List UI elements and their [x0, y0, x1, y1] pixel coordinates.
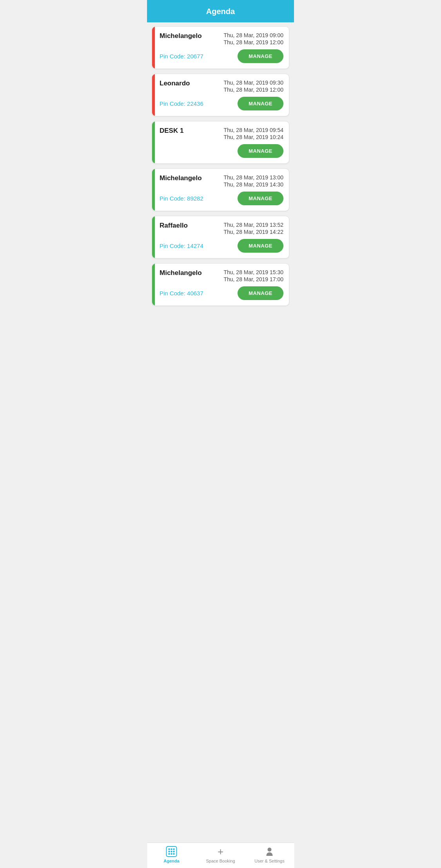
- card-end-5: Thu, 28 Mar, 2019 14:22: [223, 229, 283, 235]
- card-bottom-row-1: Pin Code: 20677 MANAGE: [160, 49, 283, 63]
- booking-card-1: Michelangelo Thu, 28 Mar, 2019 09:00 Thu…: [152, 26, 289, 69]
- card-name-1: Michelangelo: [160, 32, 202, 40]
- booking-card-5: Raffaello Thu, 28 Mar, 2019 13:52 Thu, 2…: [152, 216, 289, 259]
- pin-code-2: Pin Code: 22436: [160, 100, 203, 107]
- card-body-6: Michelangelo Thu, 28 Mar, 2019 15:30 Thu…: [155, 264, 289, 306]
- card-accent-5: [152, 216, 155, 258]
- card-bottom-row-5: Pin Code: 14274 MANAGE: [160, 239, 283, 253]
- card-bottom-row-6: Pin Code: 40637 MANAGE: [160, 286, 283, 300]
- manage-button-3[interactable]: MANAGE: [238, 144, 283, 158]
- card-accent-1: [152, 27, 155, 69]
- card-top-row-6: Michelangelo Thu, 28 Mar, 2019 15:30 Thu…: [160, 269, 283, 282]
- booking-card-3: DESK 1 Thu, 28 Mar, 2019 09:54 Thu, 28 M…: [152, 121, 289, 164]
- card-start-6: Thu, 28 Mar, 2019 15:30: [223, 269, 283, 275]
- manage-button-2[interactable]: MANAGE: [238, 97, 283, 110]
- card-dates-4: Thu, 28 Mar, 2019 13:00 Thu, 28 Mar, 201…: [223, 174, 283, 188]
- card-dates-3: Thu, 28 Mar, 2019 09:54 Thu, 28 Mar, 201…: [223, 127, 283, 140]
- card-body-1: Michelangelo Thu, 28 Mar, 2019 09:00 Thu…: [155, 27, 289, 69]
- card-end-6: Thu, 28 Mar, 2019 17:00: [223, 276, 283, 282]
- card-body-2: Leonardo Thu, 28 Mar, 2019 09:30 Thu, 28…: [155, 74, 289, 116]
- card-bottom-row-2: Pin Code: 22436 MANAGE: [160, 97, 283, 110]
- app-header: Agenda: [147, 0, 294, 22]
- card-name-4: Michelangelo: [160, 174, 202, 182]
- card-end-3: Thu, 28 Mar, 2019 10:24: [223, 134, 283, 140]
- card-accent-2: [152, 74, 155, 116]
- card-dates-5: Thu, 28 Mar, 2019 13:52 Thu, 28 Mar, 201…: [223, 222, 283, 235]
- card-name-2: Leonardo: [160, 80, 190, 87]
- manage-button-6[interactable]: MANAGE: [238, 286, 283, 300]
- card-start-2: Thu, 28 Mar, 2019 09:30: [223, 80, 283, 86]
- card-dates-6: Thu, 28 Mar, 2019 15:30 Thu, 28 Mar, 201…: [223, 269, 283, 282]
- manage-button-4[interactable]: MANAGE: [238, 192, 283, 205]
- booking-card-2: Leonardo Thu, 28 Mar, 2019 09:30 Thu, 28…: [152, 74, 289, 116]
- booking-card-4: Michelangelo Thu, 28 Mar, 2019 13:00 Thu…: [152, 168, 289, 211]
- card-name-6: Michelangelo: [160, 269, 202, 277]
- card-end-4: Thu, 28 Mar, 2019 14:30: [223, 181, 283, 188]
- card-accent-4: [152, 169, 155, 211]
- card-accent-3: [152, 121, 155, 163]
- card-top-row-4: Michelangelo Thu, 28 Mar, 2019 13:00 Thu…: [160, 174, 283, 188]
- card-top-row-1: Michelangelo Thu, 28 Mar, 2019 09:00 Thu…: [160, 32, 283, 45]
- header-title: Agenda: [206, 7, 235, 16]
- booking-card-6: Michelangelo Thu, 28 Mar, 2019 15:30 Thu…: [152, 263, 289, 306]
- pin-code-6: Pin Code: 40637: [160, 290, 203, 297]
- card-bottom-row-3: MANAGE: [160, 144, 283, 158]
- card-body-5: Raffaello Thu, 28 Mar, 2019 13:52 Thu, 2…: [155, 216, 289, 258]
- manage-button-1[interactable]: MANAGE: [238, 49, 283, 63]
- card-name-3: DESK 1: [160, 127, 183, 135]
- card-body-4: Michelangelo Thu, 28 Mar, 2019 13:00 Thu…: [155, 169, 289, 211]
- manage-button-5[interactable]: MANAGE: [238, 239, 283, 253]
- card-start-1: Thu, 28 Mar, 2019 09:00: [223, 32, 283, 38]
- card-top-row-3: DESK 1 Thu, 28 Mar, 2019 09:54 Thu, 28 M…: [160, 127, 283, 140]
- card-dates-1: Thu, 28 Mar, 2019 09:00 Thu, 28 Mar, 201…: [223, 32, 283, 45]
- card-top-row-5: Raffaello Thu, 28 Mar, 2019 13:52 Thu, 2…: [160, 222, 283, 235]
- card-bottom-row-4: Pin Code: 89282 MANAGE: [160, 192, 283, 205]
- card-end-1: Thu, 28 Mar, 2019 12:00: [223, 39, 283, 45]
- pin-code-5: Pin Code: 14274: [160, 242, 203, 249]
- card-accent-6: [152, 264, 155, 306]
- card-start-3: Thu, 28 Mar, 2019 09:54: [223, 127, 283, 133]
- card-start-4: Thu, 28 Mar, 2019 13:00: [223, 174, 283, 181]
- cards-list: Michelangelo Thu, 28 Mar, 2019 09:00 Thu…: [147, 22, 294, 337]
- card-end-2: Thu, 28 Mar, 2019 12:00: [223, 87, 283, 93]
- card-name-5: Raffaello: [160, 222, 188, 230]
- card-body-3: DESK 1 Thu, 28 Mar, 2019 09:54 Thu, 28 M…: [155, 121, 289, 163]
- card-dates-2: Thu, 28 Mar, 2019 09:30 Thu, 28 Mar, 201…: [223, 80, 283, 93]
- card-top-row-2: Leonardo Thu, 28 Mar, 2019 09:30 Thu, 28…: [160, 80, 283, 93]
- pin-code-1: Pin Code: 20677: [160, 53, 203, 60]
- card-start-5: Thu, 28 Mar, 2019 13:52: [223, 222, 283, 228]
- pin-code-4: Pin Code: 89282: [160, 195, 203, 202]
